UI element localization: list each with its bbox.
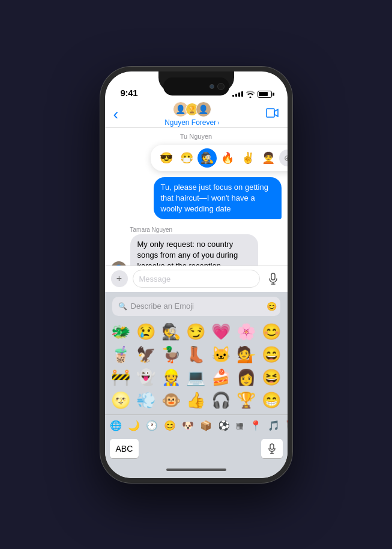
incoming-message-row: 👤 My only request: no country songs from… bbox=[111, 234, 282, 265]
reaction-emoji-5[interactable]: ✌️ bbox=[238, 148, 258, 168]
outgoing-bubble: Tu, please just focus on getting that ha… bbox=[154, 177, 282, 220]
power-button[interactable] bbox=[291, 168, 292, 208]
emoji-boba[interactable]: 🧋 bbox=[109, 344, 134, 366]
message-input-bar: + Message bbox=[105, 265, 288, 292]
nav-bar: ‹ 👤 🏆 👤 Nguyen Forever › bbox=[105, 102, 288, 128]
message-placeholder: Message bbox=[139, 274, 171, 284]
location-icon[interactable]: 📍 bbox=[250, 420, 262, 431]
emoji-category-icon[interactable]: 😊 bbox=[164, 420, 176, 431]
emoji-ghost[interactable]: 👻 bbox=[133, 366, 158, 389]
grid-icon[interactable]: ▦ bbox=[236, 420, 244, 430]
emoji-headphones[interactable]: 🎧 bbox=[208, 389, 234, 412]
emoji-cake[interactable]: 🍰 bbox=[208, 366, 234, 389]
camera-dot bbox=[217, 83, 225, 90]
outgoing-message-row: Tu, please just focus on getting that ha… bbox=[111, 177, 282, 220]
voice-message-button[interactable] bbox=[265, 270, 282, 287]
sender-label: Tu Nguyen bbox=[111, 133, 282, 140]
emoji-worker[interactable]: 👷 bbox=[158, 366, 184, 389]
flag-icon[interactable]: 🚩 bbox=[286, 420, 288, 431]
avatar-tamara: 👤 bbox=[111, 261, 127, 265]
battery-icon bbox=[258, 91, 272, 98]
animals-icon[interactable]: 🐶 bbox=[182, 420, 194, 431]
emoji-spy[interactable]: 🕵️ bbox=[158, 321, 184, 344]
status-time: 9:41 bbox=[121, 88, 138, 98]
emoji-search-placeholder: Describe an Emoji bbox=[131, 302, 194, 311]
music-icon[interactable]: 🎵 bbox=[268, 420, 280, 431]
toolbar-icons: 🌐 🌙 🕐 😊 🐶 📦 ⚽ ▦ 📍 🎵 🚩 bbox=[110, 420, 288, 431]
signal-bar-1 bbox=[232, 95, 234, 97]
emoji-bird[interactable]: 🦅 bbox=[133, 344, 158, 366]
mic-key[interactable] bbox=[261, 439, 283, 458]
globe-icon[interactable]: 🌐 bbox=[110, 420, 122, 431]
signal-bar-3 bbox=[238, 93, 240, 97]
reaction-emoji-4[interactable]: 🔥 bbox=[218, 148, 237, 168]
emoji-grid: 🐲 😢 🕵️ 😏 💗 🌸 😊 🧋 🦅 🦆 👢 🐱 💁 😄 🚧 👻 👷 💻 bbox=[105, 318, 288, 414]
abc-key[interactable]: ABC bbox=[110, 439, 139, 458]
emoji-keyboard: 🔍 Describe an Emoji 😊 🐲 😢 🕵️ 😏 💗 🌸 😊 🧋 🦅… bbox=[105, 292, 288, 478]
emoji-search-area: 🔍 Describe an Emoji 😊 bbox=[105, 292, 288, 318]
emoji-laugh[interactable]: 😆 bbox=[259, 366, 284, 389]
nav-avatars: 👤 🏆 👤 bbox=[173, 102, 211, 117]
volume-down-button[interactable] bbox=[100, 193, 101, 219]
signal-bar-4 bbox=[241, 91, 243, 97]
reaction-emoji-3[interactable]: 🕵️ bbox=[198, 148, 217, 168]
emoji-boots[interactable]: 👢 bbox=[184, 344, 209, 366]
sports-icon[interactable]: ⚽ bbox=[218, 420, 230, 431]
emoji-monkey[interactable]: 🐵 bbox=[158, 389, 184, 412]
back-button[interactable]: ‹ bbox=[113, 106, 119, 122]
objects-icon[interactable]: 📦 bbox=[200, 420, 212, 431]
emoji-wink[interactable]: 😏 bbox=[184, 321, 209, 344]
emoji-smile[interactable]: 😊 bbox=[259, 321, 284, 344]
emoji-thumbsup[interactable]: 👍 bbox=[184, 389, 209, 412]
nav-title: Nguyen Forever bbox=[164, 118, 216, 127]
nav-center[interactable]: 👤 🏆 👤 Nguyen Forever › bbox=[164, 102, 219, 127]
emoji-flower[interactable]: 🌸 bbox=[234, 321, 259, 344]
signal-bar-2 bbox=[235, 94, 237, 97]
svg-rect-4 bbox=[270, 444, 274, 449]
emoji-cone[interactable]: 🚧 bbox=[109, 366, 134, 389]
screen: 9:41 ‹ bbox=[105, 71, 288, 478]
mute-button[interactable] bbox=[100, 138, 101, 154]
reaction-emoji-6[interactable]: 🧑‍🦱 bbox=[259, 148, 278, 168]
emoji-trophy[interactable]: 🏆 bbox=[234, 389, 259, 412]
emoji-toolbar: 🌐 🌙 🕐 😊 🐶 📦 ⚽ ▦ 📍 🎵 🚩 bbox=[105, 414, 288, 436]
volume-up-button[interactable] bbox=[100, 160, 101, 187]
emoji-duck[interactable]: 🦆 bbox=[158, 344, 184, 366]
emoji-moon-face[interactable]: 🌝 bbox=[109, 389, 134, 412]
search-icon: 🔍 bbox=[118, 302, 127, 311]
nav-avatar-2: 👤 bbox=[196, 102, 211, 117]
emoji-woman[interactable]: 👩 bbox=[234, 366, 259, 389]
reaction-emoji-1[interactable]: 😎 bbox=[157, 148, 176, 168]
emoji-crying[interactable]: 😢 bbox=[133, 321, 158, 344]
emoji-grin[interactable]: 😄 bbox=[259, 344, 284, 366]
night-icon[interactable]: 🌙 bbox=[128, 420, 140, 431]
video-call-button[interactable] bbox=[266, 108, 279, 121]
home-indicator bbox=[105, 461, 288, 478]
reaction-emoji-2[interactable]: 😷 bbox=[177, 148, 196, 168]
nav-chevron: › bbox=[217, 120, 219, 126]
message-input-field[interactable]: Message bbox=[133, 270, 260, 288]
emoji-person[interactable]: 💁 bbox=[234, 344, 259, 366]
signal-bars bbox=[232, 91, 243, 97]
emoji-hearts[interactable]: 💗 bbox=[208, 321, 234, 344]
emoji-search-row: 🔍 Describe an Emoji 😊 bbox=[112, 297, 280, 316]
emoji-search-input[interactable]: 🔍 Describe an Emoji bbox=[112, 297, 280, 316]
incoming-bubble: My only request: no country songs from a… bbox=[130, 234, 258, 265]
reaction-add-button[interactable]: ⊕ bbox=[279, 150, 288, 166]
emoji-dragon[interactable]: 🐲 bbox=[109, 321, 134, 344]
battery-fill bbox=[259, 92, 268, 96]
emoji-laptop[interactable]: 💻 bbox=[184, 366, 209, 389]
recent-icon[interactable]: 🕐 bbox=[146, 420, 158, 431]
status-icons bbox=[232, 91, 272, 98]
incoming-sender-name: Tamara Nguyen bbox=[130, 226, 282, 233]
wifi-icon bbox=[246, 91, 255, 98]
emoji-reaction-bar[interactable]: 😎 😷 🕵️ 🔥 ✌️ 🧑‍🦱 ⊕ bbox=[151, 145, 288, 171]
genmoji-button[interactable]: 😊 bbox=[264, 298, 280, 315]
add-attachment-button[interactable]: + bbox=[111, 270, 128, 287]
home-bar bbox=[166, 469, 226, 471]
dynamic-island bbox=[163, 77, 229, 96]
svg-rect-0 bbox=[271, 273, 275, 280]
emoji-happy[interactable]: 😁 bbox=[259, 389, 284, 412]
emoji-cloud[interactable]: 💨 bbox=[133, 389, 158, 412]
emoji-cat[interactable]: 🐱 bbox=[208, 344, 234, 366]
